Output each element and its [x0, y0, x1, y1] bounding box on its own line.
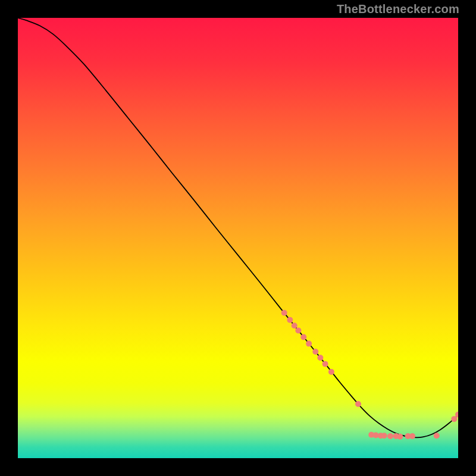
- data-point: [397, 434, 403, 440]
- curve-layer: [18, 18, 458, 458]
- chart-frame: TheBottlenecker.com: [0, 0, 476, 476]
- data-point: [312, 349, 318, 355]
- data-point: [381, 433, 387, 439]
- data-point: [409, 433, 415, 439]
- data-point: [434, 433, 440, 439]
- plot-area: [18, 18, 458, 458]
- data-point: [292, 322, 298, 328]
- data-point: [355, 401, 361, 407]
- data-point: [317, 355, 323, 361]
- data-point: [328, 369, 334, 375]
- data-points: [281, 310, 458, 440]
- data-point: [295, 327, 301, 333]
- bottleneck-curve: [18, 18, 458, 437]
- data-point: [387, 433, 393, 439]
- data-point: [306, 341, 312, 347]
- watermark-text: TheBottlenecker.com: [337, 2, 459, 16]
- data-point: [300, 334, 306, 340]
- data-point: [451, 416, 457, 422]
- data-point: [322, 361, 328, 367]
- data-point: [281, 310, 287, 316]
- data-point: [287, 317, 293, 323]
